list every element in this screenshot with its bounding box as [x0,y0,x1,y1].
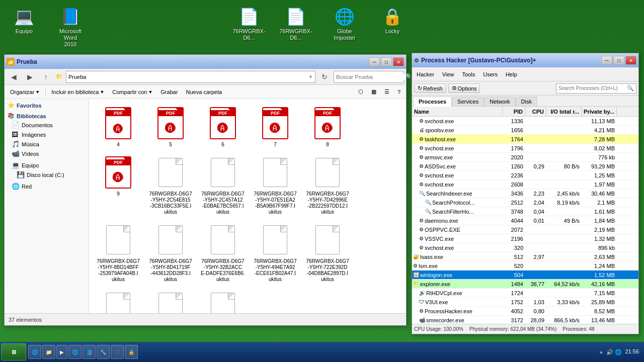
maximize-button[interactable]: □ [381,57,392,66]
taskbar-item-extra[interactable]: 🔒 [125,345,138,359]
table-row[interactable]: ⚙ daemonu.exe 4044 0,01 49 B/s 1,84 MB [412,216,638,225]
view-list-button[interactable]: ▦ [368,87,380,97]
table-row[interactable]: 🔍 SearchIndexer.exe 3436 2,23 2,45 kb/s … [412,189,638,198]
start-button[interactable]: ⊞ [1,343,26,360]
refresh-button[interactable]: ↻ Refresh [414,83,446,93]
tab-disk[interactable]: Disk [516,97,537,106]
col-header-priv[interactable]: Private by... [582,107,617,116]
desktop-icon-locky[interactable]: 🔒 Locky [372,4,413,37]
list-item[interactable]: 76RWGRBX-D6G7-Y5HY-32B2ACCE-DADFE376E6B6… [198,220,248,285]
ph-maximize-button[interactable]: □ [613,56,624,65]
ph-view-menu[interactable]: View [439,70,458,79]
table-row[interactable]: ⚙ VSSVC.exe 2196 1,32 MB [412,234,638,243]
table-row[interactable]: 🔍 SearchFilterHo... 3748 0,04 1,61 MB [412,207,638,216]
file-item-9[interactable]: PDF 🅐 9 [93,152,143,218]
table-row[interactable]: 🛡 V3UI.exe 1752 1,03 3,33 kb/s 25,89 MB [412,298,638,307]
col-header-cpu[interactable]: CPU [525,107,546,116]
ph-hacker-menu[interactable]: Hacker [413,70,438,79]
list-item[interactable]: 76RWGRBX-D6G7-Y5HY-7D42996E-2B222597DD12… [302,152,353,218]
table-row[interactable]: 🖨 spoolsv.exe 1656 4,21 MB [412,126,638,135]
grabar-button[interactable]: Grabar [157,87,181,97]
list-item[interactable]: 76RWGRBX-D6G7-Y5HY-A4CDF68B-BF16625324A8… [93,287,143,313]
sidebar-item-red[interactable]: 🌐 Red [5,182,89,191]
table-row[interactable]: 🔊 RtHDVCpl.exe 1724 7,15 MB [412,289,638,298]
compartir-button[interactable]: Compartir con ▼ [109,87,156,97]
table-row[interactable]: ⚙ lsm.exe 520 1,24 MB [412,261,638,270]
options-button[interactable]: ⚙ Options [448,83,480,93]
list-item[interactable]: 76RWGRBX-D6G7-Y5HY-8BD14BFF-253979AFA04B… [93,220,143,285]
table-row[interactable]: ⚙ ASDSvc.exe 1260 0,29 80 B/s 93,29 MB [412,162,638,171]
search-input[interactable] [336,74,406,80]
taskbar-item-chrome[interactable]: 🌐 [68,345,82,359]
ph-search-input[interactable] [558,85,627,91]
file-item-7[interactable]: PDF 🅐 7 [250,103,300,150]
list-item[interactable]: 76RWGRBX-D6G7-Y5HY-2C54E815-3CB16BC33F5E… [145,152,196,218]
list-item[interactable]: 76RWGRBX-D6G7-Y5HY-494E7A92-ECE61FB02A47… [250,220,300,285]
table-row[interactable]: ⚙ taskhost.exe 1764 7,28 MB [412,135,638,144]
list-item[interactable]: 76RWGRBX-D6G7-Y5HY-722E392D-04D8BAE2897D… [302,220,353,285]
address-bar[interactable]: Prueba ▼ [66,71,315,83]
file-item-6[interactable]: PDF 🅐 6 [198,103,248,150]
address-dropdown-icon[interactable]: ▼ [308,74,313,79]
desktop-icon-globe[interactable]: 🌐 Globe Imposter [325,4,365,43]
sidebar-item-equipo[interactable]: 💻 Equipo [5,160,89,170]
taskbar-item-explorer[interactable]: 📁 [42,345,55,359]
table-row[interactable]: ⚙ armsvc.exe 2020 776 kb [412,153,638,162]
file-item-4[interactable]: PDF 🅐 4 [93,103,143,150]
table-row[interactable]: ⚙ svchost.exe 320 896 kb [412,243,638,252]
up-button[interactable]: ↑ [39,71,53,83]
desktop-icon-file1[interactable]: 📄 76RWGRBX-D6... [229,4,269,43]
file-item-8[interactable]: PDF 🅐 8 [302,103,353,150]
ph-minimize-button[interactable]: ─ [601,56,612,65]
table-row[interactable]: 🔐 lsass.exe 512 2,97 2,63 MB [412,252,638,261]
back-button[interactable]: ◀ [7,71,21,83]
table-row[interactable]: 🔍 SearchProtocol... 2512 2,04 8,19 kb/s … [412,198,638,207]
desktop-icon-file2[interactable]: 📄 76RWGRBX-D6... [276,4,316,43]
table-row[interactable]: 🪟 winlogon.exe 504 1,52 MB [412,270,638,280]
list-item[interactable]: 76RWGRBX-D6G7-Y5HY-8D41719F-443612DD28F3… [145,220,196,285]
favorites-header[interactable]: ⭐ Favoritos [5,101,89,110]
ph-users-menu[interactable]: Users [479,70,501,79]
table-row[interactable]: 📁 explorer.exe 1484 38,77 64,52 kb/s 42,… [412,280,638,289]
view-details-button[interactable]: ☰ [381,87,393,97]
libraries-header[interactable]: 📚 Bibliotecas [5,112,89,120]
table-row[interactable]: 📹 smrecorder.exe 3172 28,09 866,5 kb/s 1… [412,316,638,324]
list-item[interactable]: 76RWGRBX-D6G7-Y5HY-B9E47420-3A1E852AC09D… [145,287,196,313]
view-icon-button[interactable]: ⬡ [355,87,367,97]
minimize-button[interactable]: ─ [369,57,380,66]
ph-search-bar[interactable]: 🔍 [556,83,636,94]
nueva-carpeta-button[interactable]: Nueva carpeta [183,87,226,97]
refresh-button[interactable]: ↻ [317,71,332,83]
tab-processes[interactable]: Processes [413,97,452,107]
col-header-io[interactable]: I/O total r... [546,107,582,116]
help-button[interactable]: ? [394,87,404,97]
list-item[interactable]: 76RWGRBX-D6G7-Y5HY-07E51EA2-B5A9B67F99F7… [250,152,300,218]
sidebar-item-videos[interactable]: 📹 Vídeos [5,149,89,158]
table-row[interactable]: ⚙ svchost.exe 2236 1,25 MB [412,171,638,180]
close-button[interactable]: ✕ [393,57,404,66]
list-item[interactable]: 76RWGRBX-D6G7-Y5HY-2C457A12-E0BAE7BC5657… [198,152,248,218]
taskbar-item-tools[interactable]: 🔧 [97,345,110,359]
table-row[interactable]: ⚙ svchost.exe 1796 8,02 MB [412,144,638,153]
sidebar-item-imagenes[interactable]: 🖼 Imágenes [5,130,89,139]
ph-close-button[interactable]: ✕ [625,56,636,65]
ph-tools-menu[interactable]: Tools [459,70,479,79]
incluir-button[interactable]: Incluir en biblioteca ▼ [48,87,108,97]
col-header-name[interactable]: Name [412,107,503,116]
taskbar-item-ie[interactable]: 🌐 [28,345,41,359]
table-row[interactable]: ⚙ ProcessHacker.exe 4052 0,80 8,52 MB [412,307,638,316]
list-item[interactable]: 76RWGRBX-D6G7-Y5HY-BB8978CE-F7CD041052F8… [198,287,248,313]
forward-button[interactable]: ▶ [23,71,37,83]
table-row[interactable]: ⚙ OSPPVC.EXE 2072 2,19 MB [412,225,638,234]
taskbar-item-office[interactable]: 📘 [83,345,96,359]
search-bar[interactable]: 🔍 [334,71,404,83]
tab-network[interactable]: Network [484,97,515,106]
col-header-pid[interactable]: PID [503,107,525,116]
sidebar-item-musica[interactable]: 🎵 Música [5,139,89,149]
sidebar-item-disco[interactable]: 💾 Disco local (C:) [5,170,89,179]
file-item-5[interactable]: PDF 🅐 5 [145,103,196,150]
organizar-button[interactable]: Organizar ▼ [7,87,43,97]
tray-expand-icon[interactable]: ▲ [599,349,603,354]
taskbar-item-music[interactable]: 🎵 [111,345,124,359]
sidebar-item-documentos[interactable]: 📄 Documentos [5,120,89,130]
